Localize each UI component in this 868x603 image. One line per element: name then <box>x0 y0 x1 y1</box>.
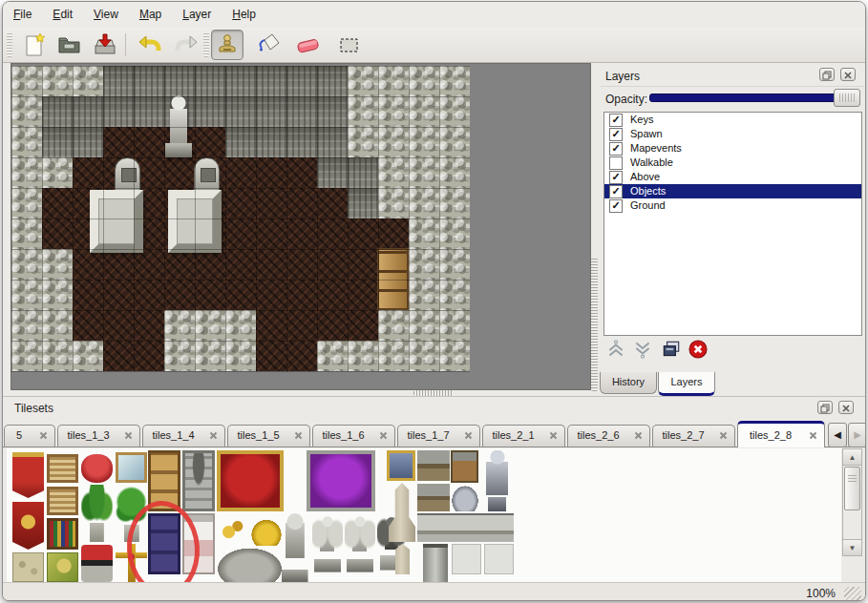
map-tile[interactable] <box>348 157 378 188</box>
map-tile[interactable] <box>225 249 256 280</box>
move-layer-down-button[interactable] <box>631 339 654 362</box>
scroll-up-button[interactable]: ▲ <box>843 449 861 466</box>
map-tile[interactable] <box>409 218 439 249</box>
map-tile[interactable] <box>11 280 42 310</box>
layer-visibility-checkbox[interactable]: ✓ <box>609 128 623 141</box>
map-tile[interactable] <box>11 157 42 188</box>
map-tile[interactable] <box>73 249 103 280</box>
map-tile[interactable] <box>195 96 225 127</box>
toolbar-grip-2[interactable] <box>203 32 209 57</box>
map-tile[interactable] <box>103 66 134 96</box>
layer-row-above[interactable]: ✓Above <box>604 170 861 184</box>
tab-close-icon[interactable] <box>549 431 558 440</box>
palette-tile-bench[interactable] <box>417 450 450 481</box>
map-tile[interactable] <box>42 280 73 310</box>
map-tile[interactable] <box>11 96 42 127</box>
map-tile[interactable] <box>195 249 225 280</box>
layer-row-objects[interactable]: ✓Objects <box>604 184 861 198</box>
tileset-palette[interactable] <box>7 448 841 582</box>
palette-tile-rocks[interactable] <box>217 548 283 582</box>
map-tile[interactable] <box>286 157 317 188</box>
palette-tile-bookshelf[interactable] <box>47 518 78 550</box>
new-map-button[interactable] <box>20 31 49 59</box>
map-tile[interactable] <box>317 66 348 96</box>
delete-layer-button[interactable] <box>687 339 709 362</box>
map-tile[interactable] <box>42 249 73 280</box>
map-tile[interactable] <box>409 280 439 310</box>
tab-close-icon[interactable] <box>719 431 728 440</box>
map-tile[interactable] <box>378 157 409 188</box>
map-tile[interactable] <box>11 188 42 218</box>
palette-tile-banner_red[interactable] <box>12 452 44 498</box>
palette-tile-pillar[interactable] <box>423 544 448 582</box>
tab-close-icon[interactable] <box>379 431 388 440</box>
map-tile[interactable] <box>256 96 286 127</box>
scrollbar-thumb[interactable] <box>844 467 860 510</box>
map-tile[interactable] <box>286 96 317 127</box>
map-tile[interactable] <box>73 310 103 341</box>
duplicate-layer-button[interactable] <box>660 339 683 362</box>
map-tile[interactable] <box>42 310 73 341</box>
map-tile[interactable] <box>378 310 409 341</box>
map-tile[interactable] <box>42 341 73 371</box>
map-object-pedestal[interactable] <box>90 190 143 253</box>
map-tile[interactable] <box>225 280 256 310</box>
palette-tile-wall_white[interactable] <box>484 544 514 574</box>
map-tile[interactable] <box>286 218 317 249</box>
map-tile[interactable] <box>286 249 317 280</box>
palette-tile-chain[interactable] <box>217 515 248 546</box>
palette-tile-statue_hood[interactable] <box>280 513 310 582</box>
menu-edit[interactable]: Edit <box>46 2 79 26</box>
dock-tab-layers[interactable]: Layers <box>658 372 715 396</box>
map-tile[interactable] <box>225 341 256 371</box>
map-tile[interactable] <box>439 218 470 249</box>
palette-tile-wall_gray[interactable] <box>417 513 514 542</box>
map-tile[interactable] <box>378 188 409 218</box>
resize-grip[interactable] <box>844 587 861 601</box>
map-tile[interactable] <box>256 188 286 218</box>
map-tile[interactable] <box>256 127 286 157</box>
scroll-down-button[interactable]: ▼ <box>843 539 861 555</box>
map-tile[interactable] <box>317 96 348 127</box>
map-tile[interactable] <box>195 280 225 310</box>
map-tile[interactable] <box>42 157 73 188</box>
map-tile[interactable] <box>317 280 348 310</box>
layer-row-walkable[interactable]: Walkable <box>604 156 861 170</box>
tileset-tab-tiles_1_7[interactable]: tiles_1_7 <box>397 425 480 447</box>
map-tile[interactable] <box>11 341 42 371</box>
tileset-tab-tiles_2_7[interactable]: tiles_2_7 <box>652 425 735 447</box>
open-map-button[interactable] <box>55 31 84 59</box>
layer-visibility-checkbox[interactable]: ✓ <box>609 199 623 213</box>
map-tile[interactable] <box>256 310 286 341</box>
map-tile[interactable] <box>42 96 73 127</box>
map-tile[interactable] <box>286 66 317 96</box>
tileset-tab-tiles_1_6[interactable]: tiles_1_6 <box>312 425 395 447</box>
save-map-button[interactable] <box>91 31 119 59</box>
map-tile[interactable] <box>317 157 348 188</box>
undo-button[interactable] <box>136 31 164 59</box>
map-tile[interactable] <box>164 66 195 96</box>
palette-tile-loom[interactable] <box>47 454 78 483</box>
map-tile[interactable] <box>286 310 317 341</box>
palette-tile-cushion[interactable] <box>81 454 113 483</box>
eraser-tool-button[interactable] <box>294 31 323 59</box>
map-tile[interactable] <box>317 127 348 157</box>
map-tile[interactable] <box>73 341 103 371</box>
palette-tile-throne_red[interactable] <box>217 450 284 511</box>
map-tile[interactable] <box>225 127 256 157</box>
map-tile[interactable] <box>439 188 470 218</box>
map-object-pedestal[interactable] <box>168 190 222 253</box>
layer-row-keys[interactable]: ✓Keys <box>604 113 861 127</box>
map-tile[interactable] <box>103 96 134 127</box>
map-tile[interactable] <box>73 96 103 127</box>
map-object-grave[interactable] <box>115 157 140 191</box>
map-tile[interactable] <box>103 310 134 341</box>
select-tool-button[interactable] <box>335 31 364 59</box>
map-tile[interactable] <box>11 310 42 341</box>
map-tile[interactable] <box>103 249 134 280</box>
map-tile[interactable] <box>439 310 470 341</box>
map-tile[interactable] <box>195 341 225 371</box>
tab-close-icon[interactable] <box>464 431 473 440</box>
map-tile[interactable] <box>73 280 103 310</box>
palette-tile-stool[interactable] <box>81 545 113 582</box>
